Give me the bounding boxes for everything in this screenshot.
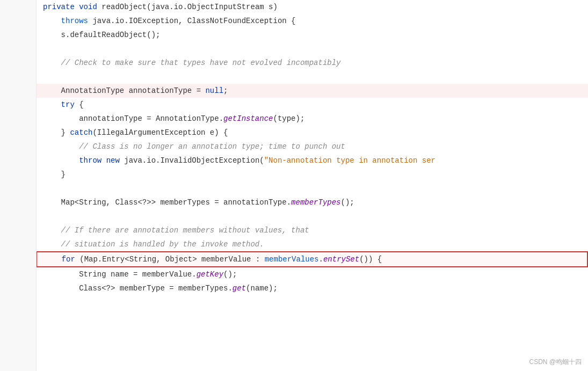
code-line-7: AnnotationType annotationType = null; <box>37 84 588 98</box>
code-line-17: // If there are annotation members witho… <box>37 223 588 237</box>
code-line-19-boxed: for (Map.Entry<String, Object> memberVal… <box>37 251 588 267</box>
code-line-18: // situation is handled by the invoke me… <box>37 237 588 251</box>
keyword-void: void <box>79 1 97 13</box>
line-gutter <box>0 0 37 371</box>
code-line-16 <box>37 209 588 223</box>
method-get: get <box>233 282 246 294</box>
method-entrySet: entrySet <box>323 253 359 265</box>
code-line-3: s.defaultReadObject(); <box>37 28 588 42</box>
keyword-throw: throw <box>79 155 101 166</box>
code-line-8: try { <box>37 98 588 112</box>
code-container: private void readObject(java.io.ObjectIn… <box>0 0 588 371</box>
keyword-private: private <box>43 1 75 13</box>
code-line-14 <box>37 181 588 195</box>
method-getInstance: getInstance <box>223 113 273 125</box>
comment-if: // If there are annotation members witho… <box>43 224 309 236</box>
code-area: private void readObject(java.io.ObjectIn… <box>37 0 588 371</box>
watermark: CSDN @鸣蝈十四 <box>529 358 582 367</box>
code-line-9: annotationType = AnnotationType.getInsta… <box>37 112 588 126</box>
keyword-try: try <box>61 99 75 111</box>
code-line-12: throw new java.io.InvalidObjectException… <box>37 154 588 168</box>
keyword-catch: catch <box>70 127 92 139</box>
code-line-13: } <box>37 168 588 181</box>
string-non-annotation: "Non-annotation type in annotation ser <box>264 155 435 166</box>
keyword-new: new <box>106 155 120 166</box>
code-line-2: throws java.io.IOException, ClassNotFoun… <box>37 14 588 28</box>
keyword-null: null <box>205 85 223 97</box>
method-memberTypes: memberTypes <box>291 197 340 208</box>
code-line-21: Class<?> memberType = memberTypes.get(na… <box>37 281 588 295</box>
code-line-11: // Class is no longer an annotation type… <box>37 140 588 154</box>
code-line-1: private void readObject(java.io.ObjectIn… <box>37 0 588 14</box>
code-line-6 <box>37 70 588 84</box>
var-memberValues: memberValues <box>265 253 319 265</box>
comment-situation: // situation is handled by the invoke me… <box>43 238 264 250</box>
code-line-10: } catch(IllegalArgumentException e) { <box>37 126 588 140</box>
keyword-for: for <box>62 253 75 265</box>
method-getKey: getKey <box>197 268 223 280</box>
code-line-20: String name = memberValue.getKey(); <box>37 267 588 281</box>
keyword-throws: throws <box>61 15 88 27</box>
comment-check: // Check to make sure that types have no… <box>43 57 341 69</box>
comment-class: // Class is no longer an annotation type… <box>43 141 345 152</box>
code-line-4 <box>37 42 588 56</box>
code-line-15: Map<String, Class<?>> memberTypes = anno… <box>37 195 588 209</box>
code-line-5: // Check to make sure that types have no… <box>37 56 588 70</box>
